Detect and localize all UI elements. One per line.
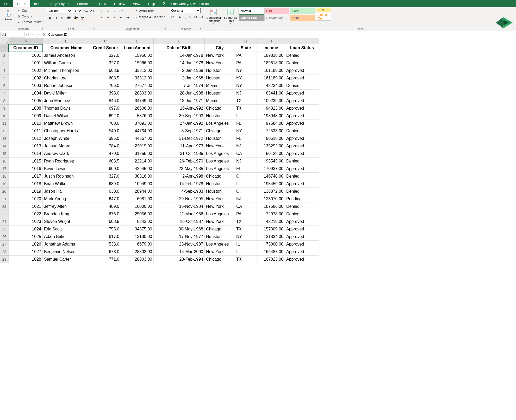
cell-C22[interactable]: 489.0 [90, 203, 121, 210]
cell-C11[interactable]: 760.0 [90, 120, 121, 127]
cell-G16[interactable]: NJ [235, 158, 257, 165]
cell-E6[interactable]: 7-Jul-1974 [154, 82, 205, 90]
formula-cancel-button[interactable]: ✕ [29, 33, 35, 36]
col-header-B[interactable]: B [43, 38, 90, 44]
row-header-27[interactable]: 27 [0, 241, 9, 248]
comma-format-button[interactable]: , [183, 14, 189, 20]
cell-D4[interactable]: 33312.00 [121, 67, 154, 74]
cell-G3[interactable]: PA [235, 59, 257, 67]
align-right-button[interactable]: ≡ [111, 15, 117, 21]
cell-G9[interactable]: TX [235, 105, 257, 112]
row-header-13[interactable]: 13 [0, 135, 9, 142]
cell-G21[interactable]: NJ [235, 195, 257, 203]
cell-D16[interactable]: 22214.00 [121, 158, 154, 165]
cell-B7[interactable]: David Miller [43, 90, 90, 97]
tab-file[interactable]: File [0, 0, 13, 7]
cell-D2[interactable]: 15966.00 [121, 52, 154, 59]
cell-C1[interactable]: Credit Score [90, 44, 121, 52]
cell-G23[interactable]: PA [235, 210, 257, 218]
cell-A25[interactable]: 1024 [9, 225, 43, 233]
cell-A22[interactable]: 1021 [9, 203, 43, 210]
cell-H10[interactable]: 198048.00 [257, 112, 285, 120]
cell-B22[interactable]: Jeffrey Allen [43, 203, 90, 210]
cell-E17[interactable]: 22-May-1985 [154, 165, 205, 173]
format-painter-button[interactable]: 🖌Format Painter [16, 20, 43, 25]
cell-C17[interactable]: 600.0 [90, 165, 121, 173]
cell-B24[interactable]: Steven Wright [43, 218, 90, 225]
font-name-select[interactable]: Calibri [47, 8, 72, 14]
cell-E12[interactable]: 8-Sep-1971 [154, 127, 205, 135]
cell-F8[interactable]: Miami [205, 97, 235, 105]
tab-help[interactable]: Help [144, 0, 159, 7]
cell-E23[interactable]: 21-Mar-1986 [154, 210, 205, 218]
cell-C28[interactable]: 673.0 [90, 248, 121, 256]
cell-I4[interactable]: Approved [285, 67, 319, 74]
cell-I9[interactable]: Approved [285, 105, 319, 112]
cell-E18[interactable]: 2-Apr-1998 [154, 173, 205, 180]
cell-I14[interactable]: Approved [285, 142, 319, 150]
cell-D18[interactable]: 30316.00 [121, 173, 154, 180]
cell-H16[interactable]: 95545.00 [257, 158, 285, 165]
cell-E14[interactable]: 11-Apr-1973 [154, 142, 205, 150]
col-header-A[interactable]: A [9, 38, 43, 44]
cell-B25[interactable]: Eric Scott [43, 225, 90, 233]
select-all-corner[interactable] [0, 38, 9, 44]
row-header-1[interactable]: 1 [0, 44, 9, 52]
decrease-indent-button[interactable]: ⇤ [118, 15, 124, 21]
number-dialog-launcher[interactable]: ◢ [199, 27, 202, 30]
cell-B27[interactable]: Jonathan Adams [43, 241, 90, 248]
cell-F15[interactable]: Los Angeles [205, 150, 235, 158]
cell-H9[interactable]: 94323.00 [257, 105, 285, 112]
italic-button[interactable]: I [53, 15, 59, 21]
cell-B12[interactable]: Christopher Harris [43, 127, 90, 135]
formula-input[interactable]: Customer ID [46, 33, 516, 36]
tab-home[interactable]: Home [13, 0, 30, 7]
cell-C8[interactable]: 846.0 [90, 97, 121, 105]
decrease-decimal-button[interactable]: .00→.0 [196, 14, 202, 20]
row-header-9[interactable]: 9 [0, 105, 9, 112]
cell-C13[interactable]: 395.0 [90, 135, 121, 142]
cell-D3[interactable]: 15966.00 [121, 59, 154, 67]
cell-G27[interactable]: IL [235, 241, 257, 248]
cell-A5[interactable]: 1002 [9, 74, 43, 82]
cell-B5[interactable]: Charles Lee [43, 74, 90, 82]
name-box[interactable] [1, 32, 24, 37]
cell-E5[interactable]: 2-Jan-1968 [154, 74, 205, 82]
cell-C21[interactable]: 647.0 [90, 195, 121, 203]
cell-H2[interactable]: 189818.00 [257, 52, 285, 59]
cell-I5[interactable]: Approved [285, 74, 319, 82]
cell-F19[interactable]: Houston [205, 180, 235, 188]
cell-I20[interactable]: Denied [285, 188, 319, 195]
cell-E24[interactable]: 16-Oct-1987 [154, 218, 205, 225]
col-header-G[interactable]: G [235, 38, 257, 44]
cell-E22[interactable]: 16-Nov-1984 [154, 203, 205, 210]
style-good[interactable]: Good [290, 8, 315, 14]
style-linked-cell[interactable]: Linked Ce [316, 13, 331, 21]
row-header-7[interactable]: 7 [0, 90, 9, 97]
cell-B1[interactable]: Customer Name [43, 44, 90, 52]
cell-F23[interactable]: Los Angeles [205, 210, 235, 218]
cell-F21[interactable]: New York [205, 195, 235, 203]
cell-H12[interactable]: 72533.00 [257, 127, 285, 135]
cell-H21[interactable]: 123070.00 [257, 195, 285, 203]
cell-H29[interactable]: 167023.00 [257, 256, 285, 263]
cell-E13[interactable]: 31-Dec-1972 [154, 135, 205, 142]
row-header-19[interactable]: 19 [0, 180, 9, 188]
row-header-4[interactable]: 4 [0, 67, 9, 74]
cell-D17[interactable]: 42945.00 [121, 165, 154, 173]
cell-F16[interactable]: Los Angeles [205, 158, 235, 165]
cell-A7[interactable]: 1004 [9, 90, 43, 97]
col-header-C[interactable]: C [90, 38, 121, 44]
cell-I12[interactable]: Denied [285, 127, 319, 135]
cell-B29[interactable]: Samuel Carter [43, 256, 90, 263]
col-header-F[interactable]: F [205, 38, 235, 44]
increase-font-button[interactable]: A▲ [83, 8, 89, 14]
cell-A4[interactable]: 1002 [9, 67, 43, 74]
tab-formulas[interactable]: Formulas [73, 0, 95, 7]
cell-C26[interactable]: 617.0 [90, 233, 121, 241]
tell-me-search[interactable]: Tell me what you want to do [159, 2, 212, 6]
cell-H8[interactable]: 109239.00 [257, 97, 285, 105]
cell-G1[interactable]: State [235, 44, 257, 52]
cell-H11[interactable]: 97584.00 [257, 120, 285, 127]
cell-G8[interactable]: TX [235, 97, 257, 105]
